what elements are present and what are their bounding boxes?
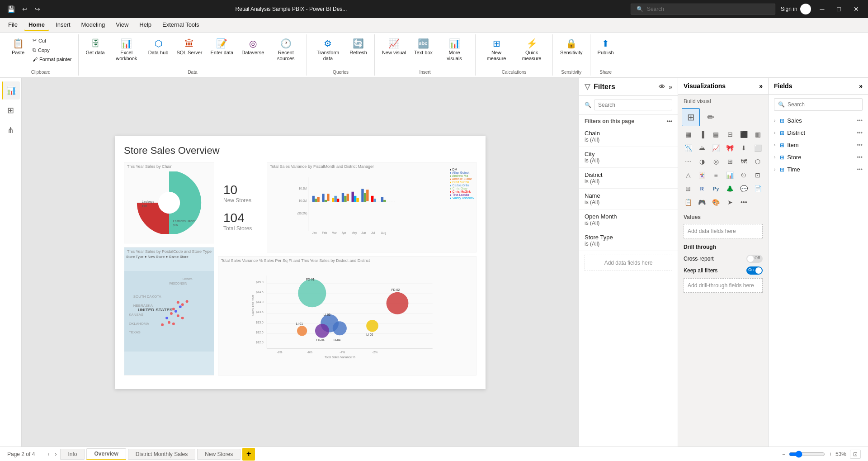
viz-kpi-icon[interactable]: 📊 — [724, 169, 736, 181]
bar-chart[interactable]: Total Sales Variance by FiscalMonth and … — [267, 162, 476, 252]
filter-chain[interactable]: Chain is (All) — [579, 126, 678, 147]
signin-button[interactable]: Sign in — [781, 4, 811, 14]
filter-add-data-fields[interactable]: Add data fields here — [585, 255, 672, 271]
viz-stacked-col-icon[interactable]: ⬛ — [737, 128, 750, 141]
publish-button[interactable]: ⬆ Publish — [594, 36, 618, 65]
filter-district[interactable]: District is (All) — [579, 168, 678, 189]
filter-store-type[interactable]: Store Type is (All) — [579, 230, 678, 251]
tab-district-monthly[interactable]: District Monthly Sales — [128, 449, 195, 460]
viz-donut-icon[interactable]: ◎ — [710, 155, 722, 168]
next-tab-button[interactable]: › — [53, 451, 58, 457]
map-chart[interactable]: This Year Sales by PostalCode and Store … — [124, 247, 214, 375]
tab-overview[interactable]: Overview — [86, 448, 126, 460]
fields-search-input[interactable] — [788, 101, 859, 108]
field-item[interactable]: › ⊞ Item ••• — [769, 139, 868, 151]
fields-expand-icon[interactable]: » — [859, 82, 863, 90]
sql-server-button[interactable]: 🏛 SQL Server — [173, 36, 206, 65]
get-data-button[interactable]: 🗄 Get data — [82, 36, 108, 65]
viz-decomp-icon[interactable]: 🌲 — [724, 182, 736, 195]
viz-100-col-icon[interactable]: ▥ — [751, 128, 764, 141]
field-dots-icon[interactable]: ••• — [857, 154, 863, 161]
viz-card-icon[interactable]: 🃏 — [696, 169, 708, 181]
viz-expand-icon[interactable]: » — [759, 82, 763, 90]
zoom-minus-icon[interactable]: − — [782, 451, 785, 457]
viz-map-icon[interactable]: 🗺 — [737, 155, 750, 168]
viz-line-icon[interactable]: 📉 — [682, 142, 694, 154]
filter-name[interactable]: Name is (All) — [579, 189, 678, 209]
field-dots-icon[interactable]: ••• — [857, 142, 863, 148]
filters-search-input[interactable] — [594, 100, 672, 110]
viz-pie-icon[interactable]: ◑ — [696, 155, 708, 168]
viz-matrix-icon[interactable]: ⊞ — [682, 182, 694, 195]
report-view-icon[interactable]: 📊 — [2, 81, 20, 100]
text-box-button[interactable]: 🔤 Text box — [410, 36, 436, 65]
zoom-slider[interactable] — [789, 451, 825, 458]
viz-azure-map-icon[interactable]: △ — [682, 169, 694, 181]
more-visuals-button[interactable]: 📊 More visuals — [437, 36, 472, 65]
title-search-box[interactable]: 🔍 — [631, 4, 775, 14]
restore-button[interactable]: □ — [834, 5, 844, 14]
keep-filters-toggle[interactable]: On — [746, 266, 763, 275]
prev-tab-button[interactable]: ‹ — [46, 451, 51, 457]
minimize-button[interactable]: ─ — [816, 5, 828, 14]
menu-insert[interactable]: Insert — [51, 19, 75, 31]
viz-table-grid-icon[interactable]: ⊡ — [751, 169, 764, 181]
menu-modeling[interactable]: Modeling — [77, 19, 110, 31]
filter-section-dots[interactable]: ••• — [666, 118, 672, 124]
viz-stacked-bar-icon[interactable]: ▦ — [682, 128, 694, 141]
new-measure-button[interactable]: ⊞ New measure — [479, 36, 514, 65]
viz-gauge-icon[interactable]: ⏲ — [737, 169, 750, 181]
model-view-icon[interactable]: ⋔ — [2, 121, 20, 139]
field-dots-icon[interactable]: ••• — [857, 118, 863, 124]
save-icon[interactable]: 💾 — [5, 4, 17, 14]
field-sales[interactable]: › ⊞ Sales ••• — [769, 114, 868, 127]
field-store[interactable]: › ⊞ Store ••• — [769, 151, 868, 163]
sensitivity-button[interactable]: 🔒 Sensitivity — [557, 36, 586, 65]
menu-home[interactable]: Home — [24, 19, 49, 31]
filter-open-month[interactable]: Open Month is (All) — [579, 209, 678, 230]
data-view-icon[interactable]: ⊞ — [2, 101, 20, 119]
data-hub-button[interactable]: ⬡ Data hub — [145, 36, 172, 65]
add-tab-button[interactable]: + — [242, 448, 255, 461]
cut-button[interactable]: ✂ Cut — [30, 36, 75, 45]
zoom-plus-icon[interactable]: + — [829, 451, 832, 457]
viz-more-icon[interactable]: ••• — [737, 196, 750, 209]
filter-expand-icon[interactable]: » — [669, 83, 672, 90]
transform-data-button[interactable]: ⚙ Transform data — [311, 36, 345, 65]
menu-view[interactable]: View — [111, 19, 133, 31]
viz-funnel-icon[interactable]: ⬜ — [751, 142, 764, 154]
field-dots-icon[interactable]: ••• — [857, 130, 863, 136]
pie-chart[interactable]: This Year Sales by Chain Lindseys $4M Fa… — [124, 162, 214, 243]
field-time[interactable]: › ⊞ Time ••• — [769, 163, 868, 176]
viz-scatter-icon[interactable]: ⋯ — [682, 155, 694, 168]
viz-paint-icon[interactable]: 🎨 — [710, 196, 722, 209]
viz-power-apps-icon[interactable]: 🎮 — [696, 196, 708, 209]
enter-data-button[interactable]: 📝 Enter data — [207, 36, 237, 65]
format-painter-button[interactable]: 🖌 Format painter — [30, 55, 75, 63]
paste-button[interactable]: 📋 Paste — [7, 36, 29, 65]
viz-arrow-icon[interactable]: ➤ — [724, 196, 736, 209]
values-add-fields[interactable]: Add data fields here — [684, 224, 763, 238]
viz-qa-icon[interactable]: 💬 — [737, 182, 750, 195]
filter-eye-icon[interactable]: 👁 — [659, 83, 665, 90]
viz-100-stacked-icon[interactable]: ▤ — [710, 128, 722, 141]
drill-add-fields[interactable]: Add drill-through fields here — [684, 278, 763, 293]
viz-bar-clustered-icon[interactable]: ⊟ — [724, 128, 736, 141]
viz-multirow-icon[interactable]: ≡ — [710, 169, 722, 181]
cross-report-toggle[interactable]: Off — [746, 255, 763, 263]
viz-filled-map-icon[interactable]: ⬡ — [751, 155, 764, 168]
tab-new-stores[interactable]: New Stores — [197, 449, 241, 460]
redo-icon[interactable]: ↪ — [33, 4, 42, 14]
viz-r-icon[interactable]: R — [696, 182, 708, 195]
filter-city[interactable]: City is (All) — [579, 147, 678, 168]
viz-format-icon[interactable]: ✏ — [702, 108, 720, 126]
viz-smart-narrative-icon[interactable]: 📄 — [751, 182, 764, 195]
refresh-button[interactable]: 🔄 Refresh — [346, 36, 371, 65]
dataverse-button[interactable]: ◎ Dataverse — [238, 36, 268, 65]
excel-workbook-button[interactable]: 📊 Excel workbook — [109, 36, 144, 65]
menu-external-tools[interactable]: External Tools — [158, 19, 203, 31]
viz-paginated-icon[interactable]: 📋 — [682, 196, 694, 209]
viz-treemap-icon[interactable]: ⊞ — [724, 155, 736, 168]
field-district[interactable]: › ⊞ District ••• — [769, 127, 868, 139]
copy-button[interactable]: ⧉ Copy — [30, 46, 75, 54]
